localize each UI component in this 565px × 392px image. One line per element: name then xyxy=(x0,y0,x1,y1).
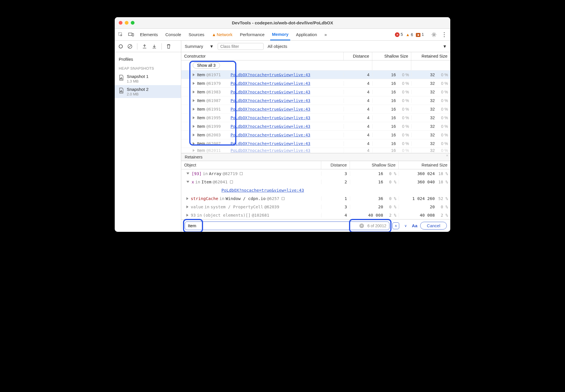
retainer-row[interactable]: value in system / PropertyCell @62039 3 … xyxy=(181,203,450,211)
expand-icon[interactable] xyxy=(193,125,195,128)
all-objects-dropdown[interactable]: All objects xyxy=(268,44,287,49)
expand-icon[interactable] xyxy=(193,149,195,152)
rth-distance[interactable]: Distance xyxy=(321,161,350,169)
source-link[interactable]: PoLdbOX?nocache=true&view=live:43 xyxy=(231,107,310,111)
tab-memory[interactable]: Memory xyxy=(270,29,290,40)
svg-rect-2 xyxy=(132,34,134,36)
retainer-row[interactable]: stringCache in Window / cdpn.io @6257 1 … xyxy=(181,194,450,203)
rth-retained[interactable]: Retained Size xyxy=(399,161,450,169)
svg-rect-12 xyxy=(120,91,121,92)
source-link[interactable]: PoLdbOX?nocache=true&view=live:43 xyxy=(231,72,310,77)
th-constructor[interactable]: Constructor xyxy=(181,52,344,60)
expand-icon[interactable] xyxy=(193,73,195,76)
table-row[interactable]: Item @61971PoLdbOX?nocache=true&view=liv… xyxy=(181,70,450,79)
tab-sources[interactable]: Sources xyxy=(187,29,206,40)
svg-point-3 xyxy=(433,34,435,36)
th-shallow[interactable]: Shallow Size xyxy=(372,52,411,60)
clear-search-icon[interactable]: ✕ xyxy=(359,224,364,228)
expand-icon[interactable] xyxy=(193,91,195,93)
record-icon[interactable] xyxy=(119,44,123,48)
tab-elements[interactable]: Elements xyxy=(138,29,160,40)
expand-icon[interactable] xyxy=(193,108,195,111)
table-row[interactable]: Item @62003PoLdbOX?nocache=true&view=liv… xyxy=(181,131,450,139)
match-case-toggle[interactable]: Aa xyxy=(412,223,417,228)
th-distance[interactable]: Distance xyxy=(344,52,372,60)
dropdown-arrow-icon[interactable]: ▼ xyxy=(443,44,447,49)
expand-icon[interactable] xyxy=(193,99,195,102)
search-next-icon[interactable]: ∨ xyxy=(402,222,409,229)
item-name: Item xyxy=(197,115,205,120)
retainer-row[interactable]: [93] in Array @82719 3 160 % 360 02418 % xyxy=(181,169,450,178)
source-link[interactable]: PoLdbOX?nocache=true&view=live:43 xyxy=(231,90,310,94)
cancel-button[interactable]: Cancel xyxy=(420,222,447,230)
source-link[interactable]: PoLdbOX?nocache=true&view=live:43 xyxy=(231,115,310,120)
warning-badge[interactable]: ▲ 6 xyxy=(406,32,413,37)
expand-icon[interactable] xyxy=(193,82,195,85)
expand-icon[interactable] xyxy=(186,173,189,175)
cell-distance: 4 xyxy=(344,98,372,103)
expand-icon[interactable] xyxy=(193,116,195,119)
tab-more[interactable]: » xyxy=(323,29,328,40)
snapshot-item[interactable]: Snapshot 1 1.3 MB xyxy=(115,72,181,85)
upload-icon[interactable] xyxy=(142,44,147,49)
box-icon xyxy=(282,197,285,200)
table-row[interactable]: Item @61987PoLdbOX?nocache=true&view=liv… xyxy=(181,96,450,105)
source-link[interactable]: PoLdbOX?nocache=true&view=live:43 xyxy=(231,124,310,129)
source-link[interactable]: PoLdbOX?nocache=true&view=live:43 xyxy=(231,148,310,153)
rth-object[interactable]: Object xyxy=(181,161,321,169)
delete-icon[interactable] xyxy=(166,44,171,49)
expand-icon[interactable] xyxy=(186,181,189,183)
expand-icon[interactable] xyxy=(193,142,195,145)
error-badge[interactable]: ✕ 5 xyxy=(395,32,403,37)
table-row[interactable]: Item @61999PoLdbOX?nocache=true&view=liv… xyxy=(181,122,450,131)
titlebar: DevTools - codepen.io/web-dot-dev/live/P… xyxy=(115,17,450,29)
expand-icon[interactable] xyxy=(186,205,188,208)
cell-retained: 320 % xyxy=(411,72,450,77)
source-link[interactable]: PoLdbOX?nocache=true&view=live:43 xyxy=(231,98,310,103)
retainer-row[interactable]: 93 in (object elements)[] @102681 4 40 0… xyxy=(181,211,450,219)
item-id: @62003 xyxy=(206,133,221,137)
snapshot-item[interactable]: Snapshot 2 2.0 MB xyxy=(115,85,181,98)
cell-distance: 4 xyxy=(344,124,372,129)
kebab-icon[interactable] xyxy=(441,32,447,38)
retainers-header[interactable]: Retainers ≡ xyxy=(181,153,450,161)
rth-shallow[interactable]: Shallow Size xyxy=(350,161,399,169)
drag-handle-icon[interactable]: ≡ xyxy=(446,155,448,156)
expand-icon[interactable] xyxy=(186,197,188,200)
source-link[interactable]: PoLdbOX?nocache=true&view=live:43 xyxy=(231,81,310,86)
inspect-icon[interactable] xyxy=(118,32,124,38)
class-filter-input[interactable] xyxy=(218,43,264,50)
table-row[interactable]: Item @62007PoLdbOX?nocache=true&view=liv… xyxy=(181,139,450,148)
table-row[interactable]: Item @61979PoLdbOX?nocache=true&view=liv… xyxy=(181,79,450,88)
source-link[interactable]: PoLdbOX?nocache=true&view=live:43 xyxy=(231,133,310,137)
search-prev-icon[interactable]: ∧ xyxy=(392,222,399,229)
expand-icon[interactable] xyxy=(186,214,188,217)
device-icon[interactable] xyxy=(128,32,134,38)
table-row[interactable]: Item @61983PoLdbOX?nocache=true&view=liv… xyxy=(181,88,450,96)
th-retained[interactable]: Retained Size xyxy=(411,52,450,60)
cell-shallow: 160 % xyxy=(372,107,411,111)
retainer-row[interactable]: x in Item @62041 2 160 % 360 04018 % xyxy=(181,178,450,186)
issues-badge[interactable]: ■ 1 xyxy=(416,32,424,37)
show-all-button[interactable]: Show all 3 xyxy=(193,62,220,68)
item-name: Item xyxy=(197,72,205,77)
tab-performance[interactable]: Performance xyxy=(238,29,266,40)
expand-icon[interactable] xyxy=(193,134,195,136)
cell-retained: 320 % xyxy=(411,124,450,129)
cell-shallow: 160 % xyxy=(372,98,411,103)
source-link[interactable]: PoLdbOX?nocache=true&view=live:43 xyxy=(221,188,304,193)
table-row[interactable]: Item @62011PoLdbOX?nocache=true&view=liv… xyxy=(181,148,450,153)
cell-shallow: 160 % xyxy=(372,90,411,94)
tab-network[interactable]: ▲Network xyxy=(210,29,234,40)
gear-icon[interactable] xyxy=(431,32,437,38)
table-row[interactable]: Item @61991PoLdbOX?nocache=true&view=liv… xyxy=(181,105,450,113)
summary-dropdown[interactable]: Summary ▼ xyxy=(185,44,214,49)
search-input[interactable] xyxy=(188,223,359,228)
table-row[interactable]: Item @61995PoLdbOX?nocache=true&view=liv… xyxy=(181,113,450,122)
source-link[interactable]: PoLdbOX?nocache=true&view=live:43 xyxy=(231,141,310,146)
tab-application[interactable]: Application xyxy=(294,29,319,40)
cell-shallow: 160 % xyxy=(372,115,411,120)
clear-icon[interactable] xyxy=(127,44,133,49)
tab-console[interactable]: Console xyxy=(164,29,183,40)
download-icon[interactable] xyxy=(152,44,157,49)
